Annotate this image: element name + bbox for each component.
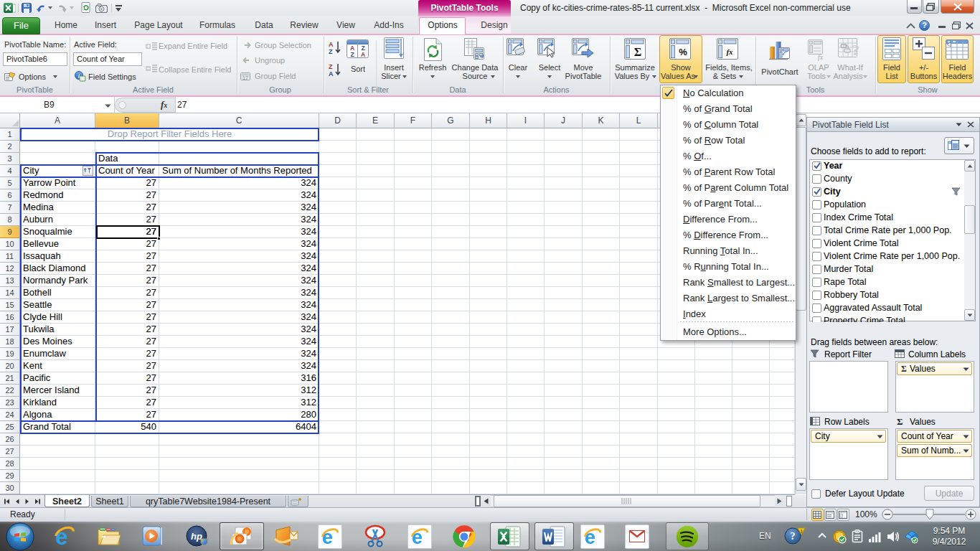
svg-text:A: A <box>329 70 334 77</box>
svg-text:?: ? <box>852 41 859 59</box>
svg-text:Z: Z <box>350 51 354 58</box>
svg-text:Σ: Σ <box>634 46 641 58</box>
svg-text:A: A <box>329 41 334 48</box>
svg-text:fx: fx <box>818 53 824 61</box>
svg-text:17: 17 <box>242 75 248 80</box>
svg-text:%: % <box>679 47 687 57</box>
svg-text:?: ? <box>922 21 927 29</box>
svg-text:fx: fx <box>726 47 733 56</box>
svg-text:!: ! <box>801 528 803 534</box>
svg-text:A: A <box>361 51 365 58</box>
svg-text:?: ? <box>791 531 796 542</box>
svg-text:Z: Z <box>329 48 333 55</box>
svg-text:Z: Z <box>329 63 333 70</box>
